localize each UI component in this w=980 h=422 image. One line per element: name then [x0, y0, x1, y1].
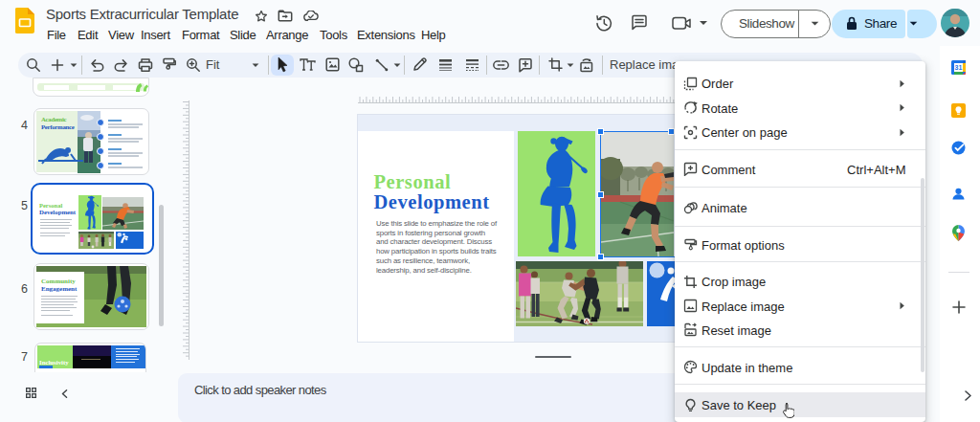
svg-text:31: 31: [955, 64, 963, 71]
